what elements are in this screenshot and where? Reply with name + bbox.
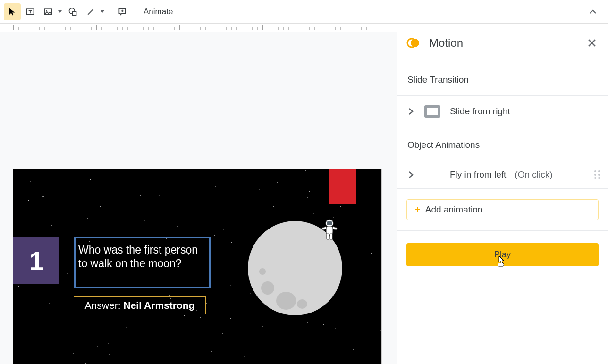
toolbar-separator xyxy=(135,6,135,18)
canvas-area: document.write(Array.from({length:70},(_… xyxy=(0,24,397,364)
svg-point-22 xyxy=(598,177,600,179)
close-panel-button[interactable] xyxy=(585,36,599,50)
transition-name: Slide from right xyxy=(450,106,510,117)
play-button-label: Play xyxy=(494,250,511,260)
transition-row[interactable]: Slide from right xyxy=(397,96,608,127)
slide-stage[interactable]: (function(){var s='';var r=function(a,b)… xyxy=(0,32,397,364)
astronaut-shape[interactable] xyxy=(320,219,339,242)
svg-rect-1 xyxy=(45,9,52,15)
answer-label: Answer: xyxy=(85,300,121,311)
toolbar: Animate xyxy=(0,0,608,24)
svg-rect-11 xyxy=(327,234,329,239)
drag-handle-icon[interactable] xyxy=(594,169,600,180)
svg-point-19 xyxy=(594,174,596,176)
main-area: document.write(Array.from({length:70},(_… xyxy=(0,24,608,364)
answer-text-box[interactable]: Answer: Neil Armstrong xyxy=(74,296,206,314)
add-animation-label: Add animation xyxy=(425,204,482,215)
plus-icon: + xyxy=(414,203,421,216)
motion-icon xyxy=(406,36,421,50)
svg-rect-8 xyxy=(326,226,333,235)
svg-point-17 xyxy=(594,170,596,172)
add-animation-button[interactable]: + Add animation xyxy=(406,199,599,220)
play-button[interactable]: Play xyxy=(406,243,599,266)
motion-panel-title: Motion xyxy=(429,36,585,50)
animate-menu-item[interactable]: Animate xyxy=(144,7,173,17)
text-box-tool[interactable] xyxy=(22,3,39,20)
svg-rect-4 xyxy=(72,11,76,15)
svg-point-18 xyxy=(598,170,600,172)
slide-transition-heading: Slide Transition xyxy=(397,62,608,96)
svg-line-5 xyxy=(88,9,93,15)
motion-panel: Motion Slide Transition Slide from right… xyxy=(397,24,608,364)
image-tool-group xyxy=(40,3,63,20)
collapse-toolbar-chevron[interactable] xyxy=(585,4,600,19)
animation-trigger: (On click) xyxy=(515,169,552,180)
image-dropdown-arrow[interactable] xyxy=(57,3,63,20)
line-tool-group xyxy=(82,3,106,20)
shape-tool[interactable] xyxy=(64,3,81,20)
line-tool[interactable] xyxy=(82,3,99,20)
svg-point-21 xyxy=(594,177,596,179)
svg-rect-12 xyxy=(330,234,332,239)
red-box-shape[interactable] xyxy=(329,169,356,204)
motion-panel-header: Motion xyxy=(397,24,608,62)
animation-name: Fly in from left xyxy=(450,169,506,180)
line-dropdown-arrow[interactable] xyxy=(99,3,106,20)
slide[interactable]: (function(){var s='';var r=function(a,b)… xyxy=(13,169,381,364)
horizontal-ruler: document.write(Array.from({length:70},(_… xyxy=(13,24,397,32)
panel-divider xyxy=(397,230,608,231)
svg-point-20 xyxy=(598,174,600,176)
select-tool[interactable] xyxy=(4,3,21,20)
insert-comment-tool[interactable] xyxy=(114,3,131,20)
chevron-right-icon xyxy=(406,170,415,179)
svg-rect-7 xyxy=(327,221,332,225)
slide-icon xyxy=(423,104,441,119)
svg-rect-16 xyxy=(427,108,438,115)
question-number: 1 xyxy=(29,245,43,276)
question-number-box[interactable]: 1 xyxy=(13,237,59,284)
object-animations-heading: Object Animations xyxy=(397,127,608,161)
question-text-box[interactable]: Who was the first person to walk on the … xyxy=(74,237,211,288)
insert-image-tool[interactable] xyxy=(40,3,57,20)
chevron-right-icon xyxy=(406,107,415,116)
question-text: Who was the first person to walk on the … xyxy=(78,243,206,271)
svg-point-14 xyxy=(411,39,419,47)
animation-row[interactable]: Fly in from left (On click) xyxy=(397,161,608,189)
toolbar-separator xyxy=(110,6,110,18)
answer-value: Neil Armstrong xyxy=(123,300,194,311)
